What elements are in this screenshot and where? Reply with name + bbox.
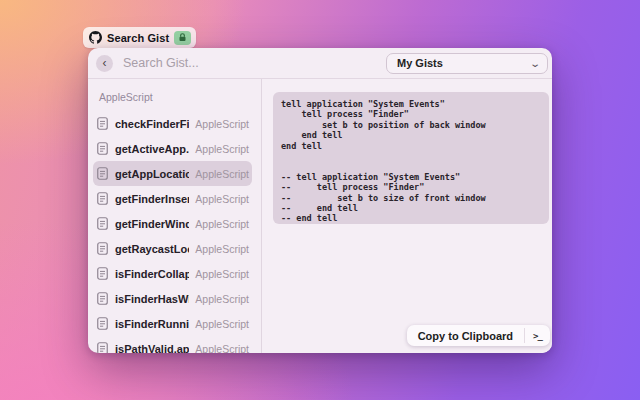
lock-icon bbox=[178, 33, 187, 42]
list-item-title: isFinderHasWindow... bbox=[115, 293, 189, 305]
chevron-down-icon: ⌄ bbox=[529, 58, 541, 69]
list-item[interactable]: getFinderWindowP... AppleScript bbox=[93, 211, 252, 236]
list-item-badge: AppleScript bbox=[189, 343, 249, 354]
github-icon bbox=[89, 31, 102, 44]
list-item-badge: AppleScript bbox=[189, 318, 249, 330]
list-item-badge: AppleScript bbox=[189, 218, 249, 230]
list-item-title: getRaycastLocatio... bbox=[115, 243, 189, 255]
list-item[interactable]: getActiveApp.apple... AppleScript bbox=[93, 136, 252, 161]
list-item-badge: AppleScript bbox=[189, 293, 249, 305]
document-icon bbox=[97, 267, 108, 280]
list-item-badge: AppleScript bbox=[189, 243, 249, 255]
list-item-title: isFinderRunning.ap... bbox=[115, 318, 189, 330]
list-item[interactable]: getFinderInsertion... AppleScript bbox=[93, 186, 252, 211]
list-item[interactable]: getAppLocation.ap... AppleScript bbox=[93, 161, 252, 186]
gist-list-rows: checkFinderFileExi... AppleScript getAct… bbox=[88, 111, 261, 353]
list-item[interactable]: isFinderCollapsed.a... AppleScript bbox=[93, 261, 252, 286]
list-item-title: isPathValid.applesc... bbox=[115, 343, 189, 354]
list-item-title: getAppLocation.ap... bbox=[115, 168, 189, 180]
gist-list: AppleScript checkFinderFileExi... AppleS… bbox=[88, 79, 262, 353]
launcher-tag-label: Search Gist bbox=[107, 32, 169, 44]
document-icon bbox=[97, 292, 108, 305]
list-item-title: getFinderWindowP... bbox=[115, 218, 189, 230]
list-item-title: getActiveApp.apple... bbox=[115, 143, 189, 155]
dropdown-value: My Gists bbox=[397, 57, 443, 69]
document-icon bbox=[97, 217, 108, 230]
list-item-title: isFinderCollapsed.a... bbox=[115, 268, 189, 280]
list-item[interactable]: getRaycastLocatio... AppleScript bbox=[93, 236, 252, 261]
copy-to-clipboard-button[interactable]: Copy to Clipboard bbox=[407, 325, 524, 346]
list-item-badge: AppleScript bbox=[189, 118, 249, 130]
list-item-badge: AppleScript bbox=[189, 168, 249, 180]
list-item[interactable]: isFinderHasWindow... AppleScript bbox=[93, 286, 252, 311]
list-item-badge: AppleScript bbox=[189, 268, 249, 280]
document-icon bbox=[97, 167, 108, 180]
launcher-tag[interactable]: Search Gist bbox=[83, 27, 196, 48]
document-icon bbox=[97, 142, 108, 155]
lock-badge bbox=[174, 31, 191, 45]
document-icon bbox=[97, 317, 108, 330]
window-header: ‹ My Gists ⌄ bbox=[88, 48, 552, 79]
gist-window: ‹ My Gists ⌄ AppleScript checkFinderFile… bbox=[88, 48, 552, 353]
gist-detail-pane: tell application "System Events" tell pr… bbox=[262, 79, 552, 353]
list-item-badge: AppleScript bbox=[189, 193, 249, 205]
code-preview: tell application "System Events" tell pr… bbox=[273, 92, 549, 224]
list-item-badge: AppleScript bbox=[189, 143, 249, 155]
list-item-title: getFinderInsertion... bbox=[115, 193, 189, 205]
window-body: AppleScript checkFinderFileExi... AppleS… bbox=[88, 79, 552, 353]
document-icon bbox=[97, 342, 108, 353]
list-item-title: checkFinderFileExi... bbox=[115, 118, 189, 130]
action-bar: Copy to Clipboard >_ bbox=[407, 325, 550, 346]
list-section-label: AppleScript bbox=[88, 91, 261, 111]
list-item[interactable]: isPathValid.applesc... AppleScript bbox=[93, 336, 252, 353]
back-button[interactable]: ‹ bbox=[96, 55, 113, 72]
terminal-prompt-icon[interactable]: >_ bbox=[525, 325, 550, 346]
list-item[interactable]: isFinderRunning.ap... AppleScript bbox=[93, 311, 252, 336]
document-icon bbox=[97, 242, 108, 255]
document-icon bbox=[97, 192, 108, 205]
list-item[interactable]: checkFinderFileExi... AppleScript bbox=[93, 111, 252, 136]
gist-filter-dropdown[interactable]: My Gists ⌄ bbox=[386, 53, 548, 74]
search-input[interactable] bbox=[113, 56, 386, 70]
document-icon bbox=[97, 117, 108, 130]
